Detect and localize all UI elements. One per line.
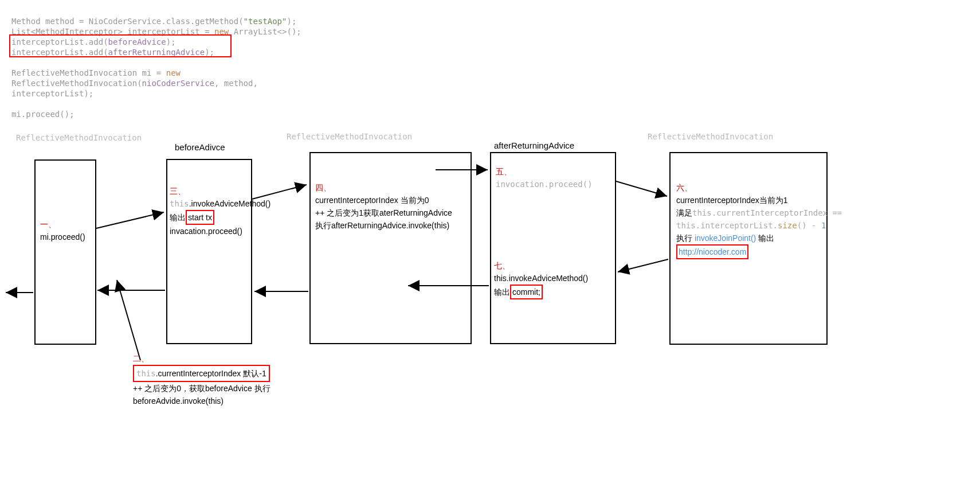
lane-title-2: beforeAdivce	[175, 142, 225, 152]
box-step1	[34, 159, 96, 345]
box3-content: 四、 currentInterceptorIndex 当前为0 ++ 之后变为1…	[315, 181, 476, 232]
code-snippet: Method method = NioCoderService.class.ge…	[11, 16, 301, 119]
highlight-interceptor-add	[9, 34, 232, 57]
svg-line-9	[117, 280, 140, 360]
lane-title-1: ReflectiveMethodInvocation	[16, 133, 142, 142]
box5-content: 六、 currentInterceptorIndex当前为1 满足this.cu…	[676, 181, 842, 259]
box2-content: 三、 this.invokeAdviceMethod() 输出start tx …	[170, 185, 296, 237]
lane-title-4: afterReturningAdvice	[494, 141, 574, 150]
box4-mid-content: 七、 this.invokeAdviceMethod() 输出commit;	[494, 259, 614, 299]
svg-line-3	[616, 181, 667, 196]
lane-title-3: ReflectiveMethodInvocation	[287, 132, 412, 141]
box1-content: 一、 mi.proceed()	[40, 218, 85, 243]
svg-line-4	[618, 259, 668, 272]
svg-line-0	[96, 212, 164, 228]
box2-below-content: 二、 this.currentInterceptorIndex 默认-1 ++ …	[133, 352, 316, 407]
box4-top-content: 五、 invocation.proceed()	[496, 165, 616, 190]
lane-title-5: ReflectiveMethodInvocation	[648, 132, 773, 141]
